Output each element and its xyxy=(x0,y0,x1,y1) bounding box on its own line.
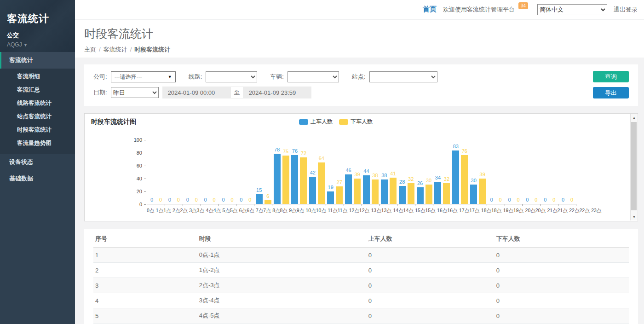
table-cell: 1点-2点 xyxy=(197,263,367,278)
bar-value-label: 0 xyxy=(177,197,180,202)
legend-item-下车人数[interactable]: 下车人数 xyxy=(339,118,373,126)
bar-value-label: 39 xyxy=(354,172,360,177)
x-axis-label: 4点-5点 xyxy=(213,208,230,214)
chart-bars: 0000000000001567875767242641927463944383… xyxy=(147,140,576,204)
table-cell: 0 xyxy=(367,308,494,324)
logout-link[interactable]: 退出登录 xyxy=(614,6,638,14)
breadcrumb-item[interactable]: 主页 xyxy=(84,46,96,53)
legend-swatch-icon xyxy=(339,119,348,125)
bar-value-label: 19 xyxy=(328,185,334,190)
bar-alighting: 6 xyxy=(264,200,271,204)
bar-alighting: 75 xyxy=(282,156,289,204)
date-preset-select[interactable]: 昨日 xyxy=(111,87,159,98)
bar-value-label: 0 xyxy=(508,197,511,202)
filter-panel: 公司: ---请选择--- ▼ 线路: 车辆: 站点: 日期: 昨日 xyxy=(84,64,638,106)
bar-value-label: 0 xyxy=(222,197,224,202)
chart-bar-group: 2832 xyxy=(397,183,415,204)
sidebar-subitem-站点客流统计[interactable]: 站点客流统计 xyxy=(0,110,75,123)
table-cell: 0点-1点 xyxy=(197,248,367,263)
chart-scrollbar[interactable]: ▲ ▼ xyxy=(630,114,637,220)
bar-boarding: 83 xyxy=(452,150,459,204)
breadcrumb-separator: / xyxy=(130,46,132,53)
x-axis-label: 2点-3点 xyxy=(180,208,196,214)
user-dropdown[interactable]: AQGJ ▼ xyxy=(7,41,75,48)
chevron-down-icon: ▼ xyxy=(23,43,28,47)
bar-value-label: 75 xyxy=(283,149,288,154)
query-button[interactable]: 查询 xyxy=(593,71,629,82)
table-cell: 4 xyxy=(93,293,197,308)
bar-boarding: 78 xyxy=(274,154,281,204)
breadcrumb-item[interactable]: 客流统计 xyxy=(104,46,127,53)
legend-swatch-icon xyxy=(299,119,308,125)
scrollbar-thumb[interactable] xyxy=(631,122,637,210)
sidebar-item-客流统计[interactable]: 客流统计 xyxy=(0,52,75,69)
home-link[interactable]: 首页 xyxy=(423,5,437,14)
bar-value-label: 0 xyxy=(240,197,242,202)
table-cell: 2点-3点 xyxy=(197,278,367,293)
main-content: 公司: ---请选择--- ▼ 线路: 车辆: 站点: 日期: 昨日 xyxy=(75,58,644,324)
x-axis-label: 6点-7点 xyxy=(247,208,263,214)
bar-value-label: 34 xyxy=(435,175,441,180)
table-row: 21点-2点00 xyxy=(93,263,629,278)
bar-alighting: 32 xyxy=(443,183,450,204)
company-select[interactable]: ---请选择--- ▼ xyxy=(111,71,176,82)
table-header-row: 序号时段上车人数下车人数 xyxy=(93,231,629,248)
date-to-input[interactable]: 2024-01-09 23:59 xyxy=(243,87,311,98)
chart-bar-group: 7875 xyxy=(272,154,290,204)
vehicle-select[interactable] xyxy=(288,71,339,82)
sidebar-subitem-时段客流统计[interactable]: 时段客流统计 xyxy=(0,123,75,137)
bar-alighting: 72 xyxy=(300,157,307,204)
chart-plot-area: 020406080100 000000000000156787576724264… xyxy=(147,140,631,214)
chart-bar-group: 4438 xyxy=(362,175,380,204)
table-row: 32点-3点00 xyxy=(93,278,629,293)
bar-value-label: 0 xyxy=(570,197,573,202)
date-from-input[interactable]: 2024-01-09 00:00 xyxy=(162,87,230,98)
sidebar-nav: 客流统计客流明细客流汇总线路客流统计站点客流统计时段客流统计客流量趋势图设备状态… xyxy=(0,52,75,187)
x-axis-label: 1点-2点 xyxy=(163,208,180,214)
sidebar-subitem-客流量趋势图[interactable]: 客流量趋势图 xyxy=(0,137,75,150)
dropdown-arrow-icon: ▼ xyxy=(168,75,172,79)
sidebar-submenu: 客流明细客流汇总线路客流统计站点客流统计时段客流统计客流量趋势图 xyxy=(0,69,75,154)
scroll-down-icon[interactable]: ▼ xyxy=(631,214,638,220)
legend-label: 下车人数 xyxy=(351,118,373,126)
bar-boarding: 34 xyxy=(434,182,441,204)
table-header-cell: 上车人数 xyxy=(367,231,494,248)
x-axis-label: 12点-13点 xyxy=(359,208,381,214)
scroll-up-icon[interactable]: ▲ xyxy=(631,114,638,121)
chart-bar-group: 4639 xyxy=(344,174,362,204)
x-axis-label: 16点-17点 xyxy=(447,208,469,214)
breadcrumb-separator: / xyxy=(99,46,101,53)
language-select[interactable]: 简体中文 xyxy=(537,4,607,15)
table-cell: 0 xyxy=(367,278,494,293)
station-select[interactable] xyxy=(369,71,437,82)
sidebar-item-设备状态[interactable]: 设备状态 xyxy=(0,154,75,170)
page-header: 时段客流统计 主页/客流统计/时段客流统计 xyxy=(75,20,644,58)
y-axis-tick: 80 xyxy=(137,150,142,156)
chart-panel: 时段车流统计图 上车人数下车人数 020406080100 0000000000… xyxy=(84,113,638,221)
line-select[interactable] xyxy=(206,71,257,82)
legend-item-上车人数[interactable]: 上车人数 xyxy=(299,118,333,126)
x-axis-label: 9点-10点 xyxy=(297,208,316,214)
topbar: 首页 欢迎使用客流统计管理平台 34 简体中文 退出登录 xyxy=(75,0,644,19)
sidebar-subitem-客流汇总[interactable]: 客流汇总 xyxy=(0,83,75,97)
sidebar-subitem-客流明细[interactable]: 客流明细 xyxy=(0,70,75,83)
sidebar-subitem-线路客流统计[interactable]: 线路客流统计 xyxy=(0,97,75,110)
user-name: AQGJ xyxy=(7,41,22,48)
chart-bar-group: 1927 xyxy=(326,186,344,204)
bar-value-label: 64 xyxy=(319,156,324,161)
export-button[interactable]: 导出 xyxy=(593,87,629,98)
sidebar-item-基础数据[interactable]: 基础数据 xyxy=(0,170,75,187)
bar-boarding: 42 xyxy=(309,177,316,204)
table-cell: 0 xyxy=(494,263,629,278)
bar-value-label: 0 xyxy=(517,197,519,202)
table-cell: 0 xyxy=(367,293,494,308)
bar-value-label: 26 xyxy=(417,180,423,186)
notification-badge[interactable]: 34 xyxy=(518,2,528,9)
bar-value-label: 0 xyxy=(186,197,189,202)
chart-bar-group: 2630 xyxy=(415,185,433,204)
x-axis-label: 18点-19点 xyxy=(491,208,513,214)
table-row: 10点-1点00 xyxy=(93,248,629,263)
company-select-value: ---请选择--- xyxy=(115,73,142,81)
y-axis-tick: 60 xyxy=(137,163,142,168)
bar-value-label: 0 xyxy=(499,197,502,202)
